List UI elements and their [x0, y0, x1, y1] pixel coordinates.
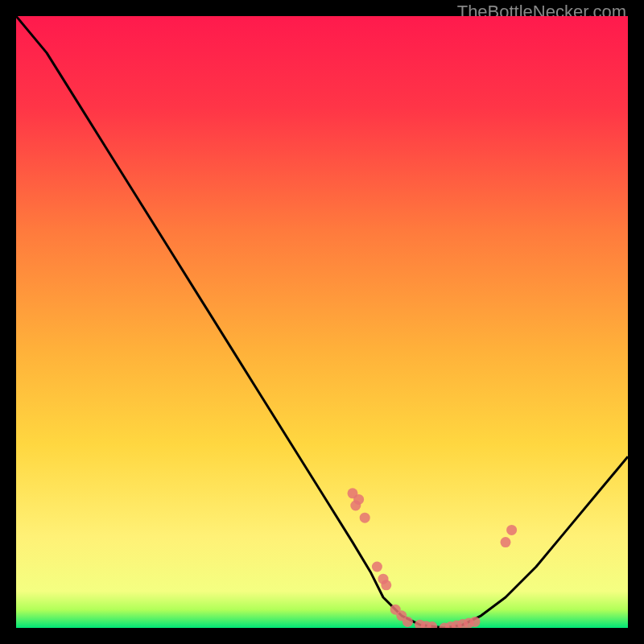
data-point — [402, 617, 413, 627]
chart-container: TheBottleNecker.com — [0, 0, 644, 644]
gradient-background — [16, 16, 628, 628]
data-point — [381, 580, 391, 590]
data-point — [470, 617, 481, 627]
data-point — [372, 562, 382, 572]
chart-svg — [16, 16, 628, 628]
data-point — [506, 525, 517, 535]
data-point — [360, 513, 370, 523]
data-point — [501, 537, 511, 547]
data-point — [350, 501, 361, 511]
plot-area — [16, 16, 628, 628]
